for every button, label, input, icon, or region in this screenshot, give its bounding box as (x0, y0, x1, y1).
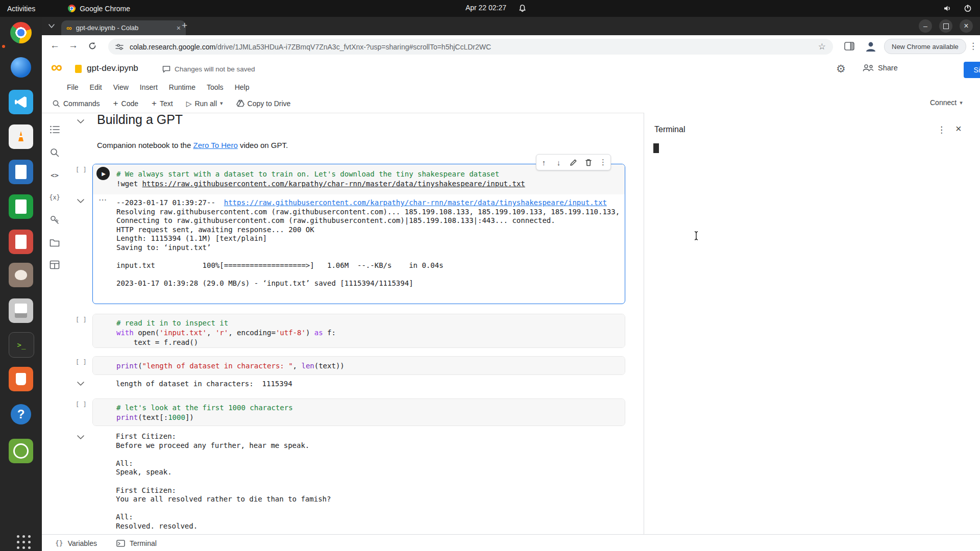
run-all-button[interactable]: ▷ Run all ▾ (186, 99, 223, 108)
dock-item-vlc[interactable] (9, 124, 33, 149)
settings-gear-icon[interactable]: ⚙ (836, 63, 846, 75)
zero-to-hero-link[interactable]: Zero To Hero (193, 141, 237, 149)
dock-item-gimp[interactable] (9, 263, 33, 287)
files-folder-icon[interactable] (49, 237, 60, 248)
output-line: Connecting to raw.githubusercontent.com … (116, 216, 619, 226)
app-indicator[interactable]: Google Chrome (68, 5, 130, 13)
terminal-tab[interactable]: Terminal (116, 539, 157, 547)
new-tab-button[interactable]: + (182, 20, 187, 31)
dock-item-chrome[interactable] (9, 20, 33, 45)
copy-to-drive-button[interactable]: Copy to Drive (236, 99, 291, 108)
grid-icon[interactable] (49, 259, 60, 270)
power-icon[interactable] (964, 4, 972, 12)
reload-button[interactable] (88, 41, 97, 51)
window-close-button[interactable]: × (960, 19, 973, 33)
output-collapse-icon[interactable] (77, 381, 85, 387)
code-cell[interactable]: print("length of dataset in characters: … (92, 356, 625, 375)
cell-code[interactable]: # read it in to inspect itwith open('inp… (93, 314, 625, 348)
subtitle: Companion notebook to the Zero To Hero v… (97, 141, 288, 149)
output-collapse-icon[interactable] (77, 198, 85, 204)
dock-item-impress[interactable] (9, 230, 33, 254)
run-cell-button[interactable]: ▶ (96, 167, 110, 180)
side-panel-button[interactable] (844, 42, 854, 51)
code-token: , encoding= (228, 329, 276, 337)
close-icon: × (964, 21, 968, 31)
connect-button[interactable]: Connect ▾ (930, 98, 963, 107)
menu-item-view[interactable]: View (108, 83, 134, 91)
commands-button[interactable]: Commands (52, 99, 100, 108)
section-collapse-icon[interactable] (77, 118, 85, 124)
toc-icon[interactable] (49, 124, 60, 135)
window-maximize-button[interactable] (939, 19, 952, 33)
activities-button[interactable]: Activities (7, 5, 35, 13)
dock-item-help[interactable]: ? (9, 402, 33, 427)
output-collapse-icon[interactable] (77, 434, 85, 440)
dock-item-vscode[interactable] (9, 90, 33, 114)
find-replace-icon[interactable] (49, 147, 60, 158)
sign-in-button[interactable]: Sign in (964, 62, 980, 78)
menu-item-edit[interactable]: Edit (84, 83, 108, 91)
browser-tab[interactable]: ∞ gpt-dev.ipynb - Colab × (61, 20, 186, 35)
site-info-icon[interactable] (115, 43, 124, 51)
output-line: First Citizen: (116, 486, 619, 495)
dock-item-trash[interactable] (9, 439, 33, 463)
code-line: print("length of dataset in characters: … (116, 361, 619, 371)
move-up-button[interactable]: ↑ (536, 158, 551, 167)
url-path: /drive/1JMLa53HDuA-i7ZBmqV7ZnA3c_fvtXnx-… (215, 43, 818, 51)
cell-code[interactable]: # let's look at the first 1000 character… (93, 399, 625, 426)
notebook-filename[interactable]: gpt-dev.ipynb (87, 63, 138, 73)
move-down-button[interactable]: ↓ (551, 158, 566, 167)
menu-item-runtime[interactable]: Runtime (163, 83, 201, 91)
add-text-button[interactable]: + Text (152, 98, 173, 109)
profile-avatar[interactable] (865, 40, 877, 53)
back-button[interactable]: ← (50, 40, 60, 51)
menu-item-insert[interactable]: Insert (134, 83, 163, 91)
window-minimize-button[interactable]: – (919, 19, 932, 33)
terminal-close-button[interactable]: × (955, 123, 962, 135)
dock-item-writer[interactable] (9, 160, 33, 184)
bookmark-star-icon[interactable]: ☆ (818, 41, 826, 52)
dock-item-calc[interactable] (9, 194, 33, 219)
menu-item-help[interactable]: Help (229, 83, 255, 91)
edit-cell-button[interactable] (566, 159, 581, 166)
code-cell[interactable]: # let's look at the first 1000 character… (92, 398, 625, 426)
cell-code[interactable]: print("length of dataset in characters: … (93, 357, 625, 375)
variables-tab[interactable]: {} Variables (55, 539, 97, 547)
add-code-button[interactable]: + Code (113, 98, 138, 109)
variable-inspector-icon[interactable]: {x} (49, 192, 60, 203)
secrets-key-icon[interactable] (49, 214, 60, 226)
code-snippets-icon[interactable]: <> (49, 169, 60, 181)
new-chrome-button[interactable]: New Chrome available (884, 39, 966, 54)
show-applications-button[interactable] (9, 527, 33, 551)
terminal-menu-button[interactable]: ⋮ (937, 124, 946, 135)
output-line: input.txt 100%[===================>] 1.0… (116, 261, 619, 270)
output-options-icon[interactable]: ⋯ (99, 195, 107, 205)
add-code-label: Code (121, 99, 138, 108)
code-token: https://raw.githubusercontent.com/karpat… (142, 180, 525, 188)
code-token: print (116, 362, 138, 370)
sign-in-label: Sign in (974, 66, 980, 74)
tab-search-icon[interactable] (48, 23, 55, 29)
menu-item-file[interactable]: File (61, 83, 84, 91)
dock-item-texteditor[interactable] (9, 298, 33, 323)
code-cell[interactable]: # read it in to inspect itwith open('inp… (92, 314, 625, 348)
forward-button[interactable]: → (68, 40, 78, 51)
help-icon: ? (11, 404, 31, 424)
dock-item-software[interactable] (9, 367, 33, 391)
dock-item-firefox[interactable] (9, 55, 33, 80)
share-button[interactable]: Share (863, 64, 898, 72)
terminal-cursor[interactable] (653, 143, 659, 153)
browser-menu-button[interactable]: ⋮ (969, 41, 977, 52)
delete-cell-button[interactable] (581, 159, 596, 166)
menu-item-tools[interactable]: Tools (201, 83, 229, 91)
code-cell[interactable]: # We always start with a dataset to trai… (92, 164, 625, 304)
tab-close-icon[interactable]: × (177, 24, 181, 32)
add-text-label: Text (160, 99, 173, 108)
tab-favicon: ∞ (66, 23, 72, 32)
subtitle-suffix: video on GPT. (238, 141, 288, 149)
clock[interactable]: Apr 22 02:27 (465, 4, 506, 12)
cell-menu-button[interactable]: ⋮ (596, 158, 610, 167)
omnibox[interactable]: colab.research.google.com/drive/1JMLa53H… (108, 39, 833, 55)
dock-item-terminal[interactable]: >_ (9, 332, 34, 358)
volume-icon[interactable] (943, 5, 951, 12)
